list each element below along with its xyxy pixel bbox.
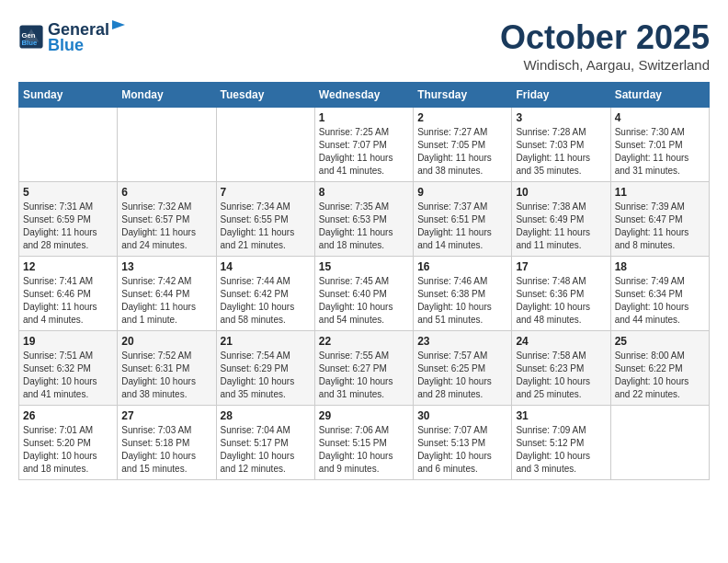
day-number: 16 bbox=[417, 260, 507, 273]
day-info: Sunrise: 7:28 AM Sunset: 7:03 PM Dayligh… bbox=[516, 126, 606, 178]
calendar-cell: 31Sunrise: 7:09 AM Sunset: 5:12 PM Dayli… bbox=[512, 406, 610, 480]
calendar-cell: 11Sunrise: 7:39 AM Sunset: 6:47 PM Dayli… bbox=[610, 182, 709, 257]
weekday-sunday: Sunday bbox=[19, 83, 118, 108]
day-number: 31 bbox=[516, 409, 606, 422]
day-info: Sunrise: 7:09 AM Sunset: 5:12 PM Dayligh… bbox=[516, 424, 606, 476]
day-number: 25 bbox=[615, 335, 705, 348]
calendar-cell: 20Sunrise: 7:52 AM Sunset: 6:31 PM Dayli… bbox=[118, 331, 216, 406]
day-info: Sunrise: 7:30 AM Sunset: 7:01 PM Dayligh… bbox=[615, 126, 705, 178]
week-row-5: 26Sunrise: 7:01 AM Sunset: 5:20 PM Dayli… bbox=[19, 406, 710, 480]
calendar-cell: 21Sunrise: 7:54 AM Sunset: 6:29 PM Dayli… bbox=[216, 331, 314, 406]
day-number: 2 bbox=[417, 111, 507, 124]
day-number: 22 bbox=[319, 335, 409, 348]
calendar-cell: 12Sunrise: 7:41 AM Sunset: 6:46 PM Dayli… bbox=[19, 257, 118, 331]
calendar-cell bbox=[216, 108, 314, 182]
day-number: 19 bbox=[23, 335, 113, 348]
day-number: 13 bbox=[121, 260, 211, 273]
day-info: Sunrise: 7:45 AM Sunset: 6:40 PM Dayligh… bbox=[319, 275, 409, 327]
day-info: Sunrise: 7:41 AM Sunset: 6:46 PM Dayligh… bbox=[23, 275, 113, 327]
day-info: Sunrise: 7:03 AM Sunset: 5:18 PM Dayligh… bbox=[121, 424, 211, 476]
day-info: Sunrise: 7:48 AM Sunset: 6:36 PM Dayligh… bbox=[516, 275, 606, 327]
calendar-cell: 22Sunrise: 7:55 AM Sunset: 6:27 PM Dayli… bbox=[314, 331, 413, 406]
calendar-cell bbox=[118, 108, 216, 182]
day-info: Sunrise: 7:06 AM Sunset: 5:15 PM Dayligh… bbox=[319, 424, 409, 476]
calendar-cell: 9Sunrise: 7:37 AM Sunset: 6:51 PM Daylig… bbox=[414, 182, 512, 257]
day-number: 10 bbox=[516, 186, 606, 199]
day-info: Sunrise: 7:55 AM Sunset: 6:27 PM Dayligh… bbox=[319, 350, 409, 401]
calendar-cell: 19Sunrise: 7:51 AM Sunset: 6:32 PM Dayli… bbox=[19, 331, 118, 406]
header: Gen Blue General Blue October 2025 Windi… bbox=[18, 18, 710, 73]
day-number: 12 bbox=[23, 260, 113, 273]
day-number: 7 bbox=[221, 186, 311, 199]
logo: Gen Blue General Blue bbox=[18, 18, 127, 55]
day-info: Sunrise: 7:27 AM Sunset: 7:05 PM Dayligh… bbox=[417, 126, 507, 178]
day-info: Sunrise: 7:54 AM Sunset: 6:29 PM Dayligh… bbox=[221, 350, 311, 401]
day-info: Sunrise: 7:57 AM Sunset: 6:25 PM Dayligh… bbox=[417, 350, 507, 401]
calendar-cell: 5Sunrise: 7:31 AM Sunset: 6:59 PM Daylig… bbox=[19, 182, 118, 257]
day-number: 27 bbox=[121, 409, 211, 422]
day-number: 14 bbox=[221, 260, 311, 273]
calendar-cell: 3Sunrise: 7:28 AM Sunset: 7:03 PM Daylig… bbox=[512, 108, 610, 182]
calendar-cell: 10Sunrise: 7:38 AM Sunset: 6:49 PM Dayli… bbox=[512, 182, 610, 257]
day-info: Sunrise: 7:46 AM Sunset: 6:38 PM Dayligh… bbox=[417, 275, 507, 327]
title-area: October 2025 Windisch, Aargau, Switzerla… bbox=[500, 18, 710, 73]
day-number: 4 bbox=[615, 111, 705, 124]
calendar-cell bbox=[610, 406, 709, 480]
day-info: Sunrise: 7:58 AM Sunset: 6:23 PM Dayligh… bbox=[516, 350, 606, 401]
day-number: 15 bbox=[319, 260, 409, 273]
day-info: Sunrise: 7:37 AM Sunset: 6:51 PM Dayligh… bbox=[417, 201, 507, 252]
day-number: 6 bbox=[121, 186, 211, 199]
day-info: Sunrise: 8:00 AM Sunset: 6:22 PM Dayligh… bbox=[615, 350, 705, 401]
day-number: 20 bbox=[121, 335, 211, 348]
logo-icon: Gen Blue bbox=[18, 24, 44, 50]
day-info: Sunrise: 7:34 AM Sunset: 6:55 PM Dayligh… bbox=[221, 201, 311, 252]
month-title: October 2025 bbox=[500, 18, 710, 57]
calendar-cell: 4Sunrise: 7:30 AM Sunset: 7:01 PM Daylig… bbox=[610, 108, 709, 182]
calendar-cell: 16Sunrise: 7:46 AM Sunset: 6:38 PM Dayli… bbox=[414, 257, 512, 331]
calendar-cell: 26Sunrise: 7:01 AM Sunset: 5:20 PM Dayli… bbox=[19, 406, 118, 480]
weekday-saturday: Saturday bbox=[610, 83, 709, 108]
day-number: 3 bbox=[516, 111, 606, 124]
calendar-cell: 15Sunrise: 7:45 AM Sunset: 6:40 PM Dayli… bbox=[314, 257, 413, 331]
svg-marker-4 bbox=[112, 20, 125, 29]
svg-text:Blue: Blue bbox=[22, 39, 38, 47]
day-info: Sunrise: 7:51 AM Sunset: 6:32 PM Dayligh… bbox=[23, 350, 113, 401]
day-info: Sunrise: 7:49 AM Sunset: 6:34 PM Dayligh… bbox=[615, 275, 705, 327]
calendar-cell: 14Sunrise: 7:44 AM Sunset: 6:42 PM Dayli… bbox=[216, 257, 314, 331]
weekday-tuesday: Tuesday bbox=[216, 83, 314, 108]
day-info: Sunrise: 7:32 AM Sunset: 6:57 PM Dayligh… bbox=[121, 201, 211, 252]
calendar-cell: 17Sunrise: 7:48 AM Sunset: 6:36 PM Dayli… bbox=[512, 257, 610, 331]
day-info: Sunrise: 7:38 AM Sunset: 6:49 PM Dayligh… bbox=[516, 201, 606, 252]
calendar-cell: 23Sunrise: 7:57 AM Sunset: 6:25 PM Dayli… bbox=[414, 331, 512, 406]
weekday-thursday: Thursday bbox=[414, 83, 512, 108]
day-info: Sunrise: 7:35 AM Sunset: 6:53 PM Dayligh… bbox=[319, 201, 409, 252]
day-info: Sunrise: 7:25 AM Sunset: 7:07 PM Dayligh… bbox=[319, 126, 409, 178]
week-row-4: 19Sunrise: 7:51 AM Sunset: 6:32 PM Dayli… bbox=[19, 331, 710, 406]
weekday-monday: Monday bbox=[118, 83, 216, 108]
calendar-cell bbox=[19, 108, 118, 182]
day-number: 17 bbox=[516, 260, 606, 273]
day-number: 26 bbox=[23, 409, 113, 422]
calendar-cell: 28Sunrise: 7:04 AM Sunset: 5:17 PM Dayli… bbox=[216, 406, 314, 480]
weekday-header-row: SundayMondayTuesdayWednesdayThursdayFrid… bbox=[19, 83, 710, 108]
day-number: 8 bbox=[319, 186, 409, 199]
calendar-cell: 1Sunrise: 7:25 AM Sunset: 7:07 PM Daylig… bbox=[314, 108, 413, 182]
logo-flag-icon bbox=[110, 18, 127, 35]
day-info: Sunrise: 7:01 AM Sunset: 5:20 PM Dayligh… bbox=[23, 424, 113, 476]
weekday-wednesday: Wednesday bbox=[314, 83, 413, 108]
day-number: 9 bbox=[417, 186, 507, 199]
day-info: Sunrise: 7:39 AM Sunset: 6:47 PM Dayligh… bbox=[615, 201, 705, 252]
location-title: Windisch, Aargau, Switzerland bbox=[500, 57, 710, 73]
day-number: 23 bbox=[417, 335, 507, 348]
calendar-cell: 2Sunrise: 7:27 AM Sunset: 7:05 PM Daylig… bbox=[414, 108, 512, 182]
week-row-3: 12Sunrise: 7:41 AM Sunset: 6:46 PM Dayli… bbox=[19, 257, 710, 331]
calendar-cell: 7Sunrise: 7:34 AM Sunset: 6:55 PM Daylig… bbox=[216, 182, 314, 257]
day-info: Sunrise: 7:04 AM Sunset: 5:17 PM Dayligh… bbox=[221, 424, 311, 476]
calendar-cell: 24Sunrise: 7:58 AM Sunset: 6:23 PM Dayli… bbox=[512, 331, 610, 406]
calendar-cell: 13Sunrise: 7:42 AM Sunset: 6:44 PM Dayli… bbox=[118, 257, 216, 331]
calendar-table: SundayMondayTuesdayWednesdayThursdayFrid… bbox=[18, 82, 710, 480]
week-row-2: 5Sunrise: 7:31 AM Sunset: 6:59 PM Daylig… bbox=[19, 182, 710, 257]
day-number: 24 bbox=[516, 335, 606, 348]
day-number: 30 bbox=[417, 409, 507, 422]
calendar-cell: 29Sunrise: 7:06 AM Sunset: 5:15 PM Dayli… bbox=[314, 406, 413, 480]
